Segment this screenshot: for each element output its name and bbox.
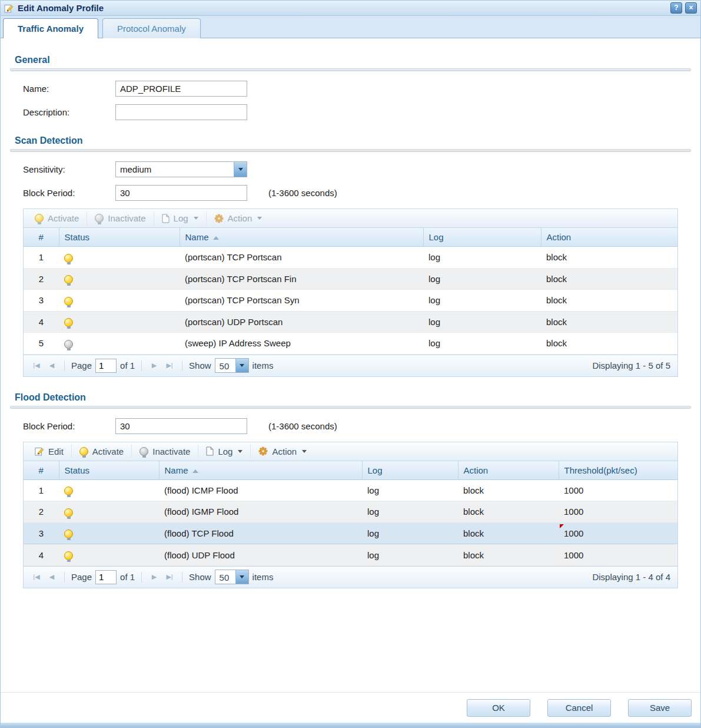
section-divider [10, 406, 691, 409]
column-header-action[interactable]: Action [541, 228, 677, 247]
bulb-on-icon [35, 214, 44, 223]
inactivate-button[interactable]: Inactivate [87, 211, 154, 226]
cell-log: log [423, 333, 541, 355]
page-label: Page [71, 360, 92, 370]
scan-detection-heading: Scan Detection [15, 135, 691, 146]
edit-anomaly-profile-dialog: Edit Anomaly Profile ? × Traffic Anomaly… [0, 0, 701, 728]
scan-detection-panel: Activate Inactivate Log [23, 209, 678, 377]
prev-page-button[interactable]: ◀ [46, 362, 58, 369]
table-row[interactable]: 3(portscan) TCP Portscan Synlogblock [24, 290, 677, 312]
table-row[interactable]: 2(portscan) TCP Portscan Finlogblock [24, 268, 677, 290]
chevron-down-icon[interactable] [234, 162, 247, 177]
table-row[interactable]: 3(flood) TCP Floodlogblock1000 [24, 522, 677, 544]
table-row[interactable]: 4(flood) UDP Floodlogblock1000 [24, 544, 677, 566]
table-header-row: # Status Name Log Action Threshold(pkt/s… [24, 461, 677, 480]
page-number-input[interactable] [95, 359, 117, 373]
column-header-threshold[interactable]: Threshold(pkt/sec) [559, 461, 677, 480]
table-row[interactable]: 4(portscan) UDP Portscanlogblock [24, 311, 677, 333]
table-row[interactable]: 1(portscan) TCP Portscanlogblock [24, 247, 677, 269]
cell-name: (flood) UDP Flood [159, 544, 362, 566]
table-row[interactable]: 5(sweep) IP Address Sweeplogblock [24, 333, 677, 355]
log-menu-button[interactable]: Log [198, 444, 251, 458]
column-header-number[interactable]: # [24, 461, 59, 480]
cell-num: 3 [24, 522, 59, 544]
description-input[interactable] [115, 104, 247, 120]
close-button[interactable]: × [685, 2, 697, 14]
status-bulb-on-icon [64, 487, 73, 495]
cell-threshold: 1000 [559, 501, 677, 523]
scan-toolbar: Activate Inactivate Log [24, 209, 677, 228]
page-number-input[interactable] [95, 570, 117, 584]
chevron-down-icon[interactable] [235, 359, 248, 372]
section-divider [10, 149, 691, 152]
column-header-name[interactable]: Name [159, 461, 362, 480]
prev-page-button[interactable]: ◀ [46, 573, 58, 581]
save-button[interactable]: Save [628, 699, 692, 717]
edit-button[interactable]: Edit [27, 444, 72, 458]
ok-button[interactable]: OK [467, 699, 530, 717]
inactivate-button[interactable]: Inactivate [132, 444, 198, 458]
content: General Name: Description: Scan Detectio… [1, 38, 700, 692]
displaying-status: Displaying 1 - 4 of 4 [592, 572, 670, 582]
help-button[interactable]: ? [670, 2, 682, 14]
last-page-button[interactable]: ▶| [164, 362, 175, 369]
cell-num: 4 [24, 544, 59, 566]
tab-traffic-anomaly[interactable]: Traffic Anomaly [3, 18, 98, 38]
name-input[interactable] [115, 81, 247, 97]
tab-protocol-anomaly[interactable]: Protocol Anomaly [102, 18, 201, 38]
tabbar: Traffic Anomaly Protocol Anomaly [1, 16, 700, 38]
cell-num: 1 [24, 479, 59, 501]
action-menu-button[interactable]: Action [251, 444, 314, 458]
displaying-status: Displaying 1 - 5 of 5 [592, 360, 670, 370]
cell-log: log [362, 501, 458, 523]
column-header-log[interactable]: Log [423, 228, 541, 247]
log-menu-button[interactable]: Log [154, 211, 207, 226]
footer: OK Cancel Save [1, 692, 700, 723]
column-header-log[interactable]: Log [362, 461, 458, 480]
page-size-select[interactable]: 50 [215, 570, 249, 584]
chevron-down-icon[interactable] [235, 570, 248, 584]
log-page-icon [162, 214, 170, 223]
sensitivity-select[interactable]: medium [115, 161, 247, 177]
action-menu-button[interactable]: Action [207, 211, 270, 226]
cell-status [59, 268, 180, 290]
next-page-button[interactable]: ▶ [148, 573, 160, 581]
next-page-button[interactable]: ▶ [148, 362, 160, 369]
cell-num: 4 [24, 311, 59, 333]
column-header-name[interactable]: Name [180, 228, 423, 247]
items-label: items [253, 360, 274, 370]
flood-pagination: |◀ ◀ Page of 1 ▶ ▶| Show 50 items Displa… [24, 566, 677, 588]
scan-block-period-input[interactable] [115, 185, 247, 201]
chevron-down-icon [257, 217, 262, 220]
show-label: Show [189, 572, 211, 582]
sensitivity-value: medium [116, 162, 234, 177]
page-size-select[interactable]: 50 [215, 358, 249, 373]
flood-detection-table: # Status Name Log Action Threshold(pkt/s… [24, 461, 677, 566]
column-header-action[interactable]: Action [458, 461, 559, 480]
gear-icon [214, 214, 224, 223]
flood-toolbar: Edit Activate Inactivate [24, 442, 677, 461]
table-row[interactable]: 2(flood) IGMP Floodlogblock1000 [24, 501, 677, 523]
flood-block-period-input[interactable] [115, 418, 247, 434]
cell-num: 1 [24, 247, 59, 269]
cell-action: block [541, 290, 677, 312]
cell-threshold: 1000 [559, 544, 677, 566]
cell-threshold: 1000 [559, 522, 677, 544]
first-page-button[interactable]: |◀ [31, 573, 42, 581]
cell-name: (sweep) IP Address Sweep [180, 333, 423, 355]
flood-detection-panel: Edit Activate Inactivate [23, 442, 678, 588]
column-header-number[interactable]: # [24, 228, 59, 247]
scan-block-period-label: Block Period: [23, 188, 115, 198]
activate-button[interactable]: Activate [72, 444, 132, 458]
cancel-button[interactable]: Cancel [547, 699, 611, 717]
table-header-row: # Status Name Log Action [24, 228, 677, 247]
description-label: Description: [23, 107, 115, 117]
cell-status [59, 290, 180, 312]
column-header-status[interactable]: Status [59, 228, 180, 247]
last-page-button[interactable]: ▶| [164, 573, 175, 581]
column-header-status[interactable]: Status [59, 461, 159, 480]
first-page-button[interactable]: |◀ [31, 362, 42, 369]
sort-ascending-icon [213, 236, 219, 240]
activate-button[interactable]: Activate [27, 211, 87, 226]
table-row[interactable]: 1(flood) ICMP Floodlogblock1000 [24, 479, 677, 501]
